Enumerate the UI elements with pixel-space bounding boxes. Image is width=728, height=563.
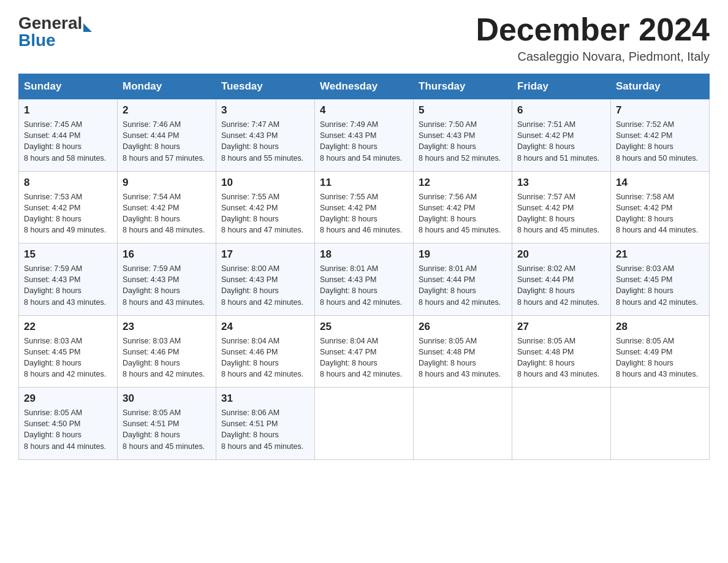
day-number: 10 xyxy=(221,177,309,189)
calendar-cell: 31Sunrise: 8:06 AMSunset: 4:51 PMDayligh… xyxy=(216,388,315,460)
day-info: Sunrise: 8:01 AMSunset: 4:44 PMDaylight:… xyxy=(419,263,507,308)
calendar-cell xyxy=(512,388,611,460)
week-row-5: 29Sunrise: 8:05 AMSunset: 4:50 PMDayligh… xyxy=(19,388,710,460)
calendar-cell xyxy=(315,388,414,460)
title-block: December 2024 Casaleggio Novara, Piedmon… xyxy=(476,12,710,64)
weekday-header-saturday: Saturday xyxy=(611,74,710,99)
month-title: December 2024 xyxy=(476,12,710,47)
calendar-cell xyxy=(611,388,710,460)
weekday-header-friday: Friday xyxy=(512,74,611,99)
day-number: 21 xyxy=(616,248,704,261)
calendar-cell: 11Sunrise: 7:55 AMSunset: 4:42 PMDayligh… xyxy=(315,171,414,243)
logo-general-text: General xyxy=(18,15,82,32)
location-text: Casaleggio Novara, Piedmont, Italy xyxy=(476,50,710,64)
day-info: Sunrise: 7:53 AMSunset: 4:42 PMDaylight:… xyxy=(24,191,112,236)
calendar-cell: 22Sunrise: 8:03 AMSunset: 4:45 PMDayligh… xyxy=(19,315,118,388)
day-number: 30 xyxy=(123,393,211,405)
day-number: 16 xyxy=(123,248,211,261)
weekday-header-sunday: Sunday xyxy=(19,74,118,99)
day-number: 23 xyxy=(123,321,211,333)
day-info: Sunrise: 8:05 AMSunset: 4:51 PMDaylight:… xyxy=(123,407,211,452)
day-info: Sunrise: 7:51 AMSunset: 4:42 PMDaylight:… xyxy=(517,119,605,164)
day-number: 25 xyxy=(320,321,408,333)
day-number: 31 xyxy=(221,393,309,405)
day-number: 9 xyxy=(123,177,211,189)
day-number: 1 xyxy=(24,104,112,117)
day-info: Sunrise: 8:02 AMSunset: 4:44 PMDaylight:… xyxy=(517,263,605,308)
day-info: Sunrise: 8:00 AMSunset: 4:43 PMDaylight:… xyxy=(221,263,309,308)
calendar-cell: 26Sunrise: 8:05 AMSunset: 4:48 PMDayligh… xyxy=(414,315,512,388)
day-info: Sunrise: 8:05 AMSunset: 4:48 PMDaylight:… xyxy=(517,335,605,380)
day-number: 14 xyxy=(616,177,704,189)
calendar-cell: 8Sunrise: 7:53 AMSunset: 4:42 PMDaylight… xyxy=(19,171,118,243)
calendar-cell: 13Sunrise: 7:57 AMSunset: 4:42 PMDayligh… xyxy=(512,171,611,243)
calendar-header: SundayMondayTuesdayWednesdayThursdayFrid… xyxy=(19,74,710,99)
day-info: Sunrise: 8:03 AMSunset: 4:45 PMDaylight:… xyxy=(616,263,704,308)
day-info: Sunrise: 7:49 AMSunset: 4:43 PMDaylight:… xyxy=(320,119,408,164)
logo: General Blue xyxy=(18,12,92,49)
calendar-cell: 24Sunrise: 8:04 AMSunset: 4:46 PMDayligh… xyxy=(216,315,315,388)
calendar-body: 1Sunrise: 7:45 AMSunset: 4:44 PMDaylight… xyxy=(19,99,710,460)
calendar-cell: 3Sunrise: 7:47 AMSunset: 4:43 PMDaylight… xyxy=(216,99,315,172)
weekday-header-tuesday: Tuesday xyxy=(216,74,315,99)
day-number: 6 xyxy=(517,104,605,117)
calendar-cell xyxy=(414,388,512,460)
day-number: 24 xyxy=(221,321,309,333)
weekday-header-wednesday: Wednesday xyxy=(315,74,414,99)
calendar-cell: 9Sunrise: 7:54 AMSunset: 4:42 PMDaylight… xyxy=(118,171,216,243)
calendar-cell: 5Sunrise: 7:50 AMSunset: 4:43 PMDaylight… xyxy=(414,99,512,172)
day-number: 18 xyxy=(320,248,408,261)
day-info: Sunrise: 7:55 AMSunset: 4:42 PMDaylight:… xyxy=(320,191,408,236)
calendar-cell: 16Sunrise: 7:59 AMSunset: 4:43 PMDayligh… xyxy=(118,243,216,316)
day-number: 2 xyxy=(123,104,211,117)
calendar-cell: 25Sunrise: 8:04 AMSunset: 4:47 PMDayligh… xyxy=(315,315,414,388)
day-info: Sunrise: 7:59 AMSunset: 4:43 PMDaylight:… xyxy=(24,263,112,308)
week-row-3: 15Sunrise: 7:59 AMSunset: 4:43 PMDayligh… xyxy=(19,243,710,316)
calendar-table: SundayMondayTuesdayWednesdayThursdayFrid… xyxy=(18,74,710,460)
day-number: 12 xyxy=(419,177,507,189)
calendar-cell: 12Sunrise: 7:56 AMSunset: 4:42 PMDayligh… xyxy=(414,171,512,243)
day-number: 26 xyxy=(419,321,507,333)
calendar-cell: 27Sunrise: 8:05 AMSunset: 4:48 PMDayligh… xyxy=(512,315,611,388)
day-number: 5 xyxy=(419,104,507,117)
day-number: 3 xyxy=(221,104,309,117)
day-info: Sunrise: 7:52 AMSunset: 4:42 PMDaylight:… xyxy=(616,119,704,164)
calendar-cell: 2Sunrise: 7:46 AMSunset: 4:44 PMDaylight… xyxy=(118,99,216,172)
day-info: Sunrise: 7:58 AMSunset: 4:42 PMDaylight:… xyxy=(616,191,704,236)
page-header: General Blue December 2024 Casaleggio No… xyxy=(18,12,710,64)
calendar-cell: 20Sunrise: 8:02 AMSunset: 4:44 PMDayligh… xyxy=(512,243,611,316)
weekday-header-thursday: Thursday xyxy=(414,74,512,99)
calendar-cell: 15Sunrise: 7:59 AMSunset: 4:43 PMDayligh… xyxy=(19,243,118,316)
day-number: 27 xyxy=(517,321,605,333)
day-info: Sunrise: 7:55 AMSunset: 4:42 PMDaylight:… xyxy=(221,191,309,236)
day-info: Sunrise: 7:50 AMSunset: 4:43 PMDaylight:… xyxy=(419,119,507,164)
day-number: 28 xyxy=(616,321,704,333)
day-info: Sunrise: 7:54 AMSunset: 4:42 PMDaylight:… xyxy=(123,191,211,236)
day-number: 7 xyxy=(616,104,704,117)
calendar-cell: 17Sunrise: 8:00 AMSunset: 4:43 PMDayligh… xyxy=(216,243,315,316)
day-number: 20 xyxy=(517,248,605,261)
day-info: Sunrise: 7:46 AMSunset: 4:44 PMDaylight:… xyxy=(123,119,211,164)
day-number: 29 xyxy=(24,393,112,405)
calendar-cell: 7Sunrise: 7:52 AMSunset: 4:42 PMDaylight… xyxy=(611,99,710,172)
day-number: 15 xyxy=(24,248,112,261)
calendar-cell: 4Sunrise: 7:49 AMSunset: 4:43 PMDaylight… xyxy=(315,99,414,172)
day-number: 11 xyxy=(320,177,408,189)
calendar-cell: 1Sunrise: 7:45 AMSunset: 4:44 PMDaylight… xyxy=(19,99,118,172)
logo-blue-text: Blue xyxy=(18,32,92,49)
calendar-cell: 10Sunrise: 7:55 AMSunset: 4:42 PMDayligh… xyxy=(216,171,315,243)
calendar-cell: 6Sunrise: 7:51 AMSunset: 4:42 PMDaylight… xyxy=(512,99,611,172)
day-number: 17 xyxy=(221,248,309,261)
day-number: 19 xyxy=(419,248,507,261)
weekday-header-monday: Monday xyxy=(118,74,216,99)
calendar-cell: 21Sunrise: 8:03 AMSunset: 4:45 PMDayligh… xyxy=(611,243,710,316)
day-info: Sunrise: 8:05 AMSunset: 4:50 PMDaylight:… xyxy=(24,407,112,452)
day-info: Sunrise: 7:59 AMSunset: 4:43 PMDaylight:… xyxy=(123,263,211,308)
day-info: Sunrise: 8:04 AMSunset: 4:46 PMDaylight:… xyxy=(221,335,309,380)
calendar-cell: 19Sunrise: 8:01 AMSunset: 4:44 PMDayligh… xyxy=(414,243,512,316)
calendar-cell: 14Sunrise: 7:58 AMSunset: 4:42 PMDayligh… xyxy=(611,171,710,243)
week-row-2: 8Sunrise: 7:53 AMSunset: 4:42 PMDaylight… xyxy=(19,171,710,243)
week-row-1: 1Sunrise: 7:45 AMSunset: 4:44 PMDaylight… xyxy=(19,99,710,172)
day-info: Sunrise: 8:05 AMSunset: 4:48 PMDaylight:… xyxy=(419,335,507,380)
weekday-row: SundayMondayTuesdayWednesdayThursdayFrid… xyxy=(19,74,710,99)
